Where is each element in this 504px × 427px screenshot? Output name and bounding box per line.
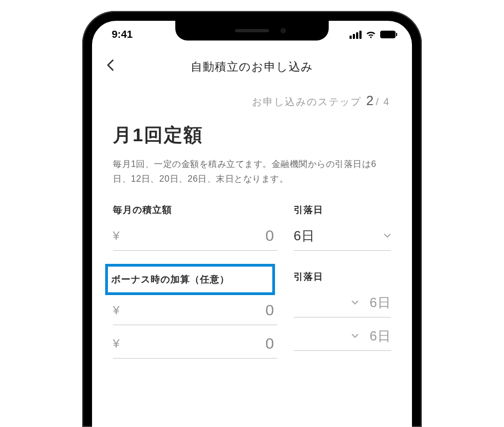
- bonus-date-select-2[interactable]: 6日: [294, 326, 391, 351]
- chevron-down-icon: [351, 299, 359, 307]
- step-label: お申し込みのステップ: [252, 96, 362, 107]
- monthly-date-label: 引落日: [294, 204, 391, 216]
- main-title: 月1回定額: [113, 123, 391, 148]
- monthly-date-select[interactable]: 6日: [294, 226, 391, 251]
- chevron-left-icon: [106, 59, 114, 71]
- monthly-amount-input[interactable]: ¥ 0: [113, 226, 277, 251]
- screen: 9:41 自動積立のお申し込み お申し込みのステップ 2/ 4 月: [92, 21, 412, 427]
- monthly-amount-label: 毎月の積立額: [113, 204, 277, 216]
- bonus-date-label: 引落日: [294, 270, 391, 283]
- step-total: 4: [383, 96, 390, 107]
- bonus-date-value-2: 6日: [370, 327, 391, 345]
- bonus-amount-value-1: 0: [119, 302, 277, 319]
- bonus-label-highlight: ボーナス時の加算（任意）: [105, 264, 275, 295]
- signal-icon: [350, 31, 362, 39]
- page-title: 自動積立のお申し込み: [191, 59, 313, 74]
- chevron-down-icon: [383, 232, 391, 240]
- currency-symbol: ¥: [113, 303, 119, 318]
- chevron-down-icon: [351, 332, 359, 341]
- currency-symbol: ¥: [113, 229, 119, 243]
- back-button[interactable]: [106, 59, 114, 74]
- step-indicator: お申し込みのステップ 2/ 4: [92, 83, 412, 113]
- notch: [175, 21, 329, 41]
- bonus-amount-value-2: 0: [119, 335, 277, 353]
- phone-frame: 9:41 自動積立のお申し込み お申し込みのステップ 2/ 4 月: [82, 11, 422, 427]
- monthly-date-value: 6日: [294, 227, 315, 245]
- bonus-amount-input-2[interactable]: ¥ 0: [113, 334, 277, 359]
- step-separator: /: [376, 96, 380, 107]
- main-description: 毎月1回、一定の金額を積み立てます。金融機関からの引落日は6日、12日、20日、…: [113, 157, 391, 186]
- currency-symbol: ¥: [113, 337, 119, 351]
- step-current: 2: [366, 93, 375, 108]
- bonus-date-value-1: 6日: [370, 294, 391, 311]
- status-time: 9:41: [112, 28, 133, 41]
- nav-bar: 自動積立のお申し込み: [92, 44, 412, 83]
- bonus-amount-input-1[interactable]: ¥ 0: [113, 301, 277, 325]
- bonus-date-select-1[interactable]: 6日: [294, 293, 391, 318]
- monthly-amount-value: 0: [119, 227, 277, 245]
- battery-icon: [380, 31, 396, 38]
- bonus-label: ボーナス時の加算（任意）: [111, 273, 269, 286]
- wifi-icon: [365, 31, 376, 39]
